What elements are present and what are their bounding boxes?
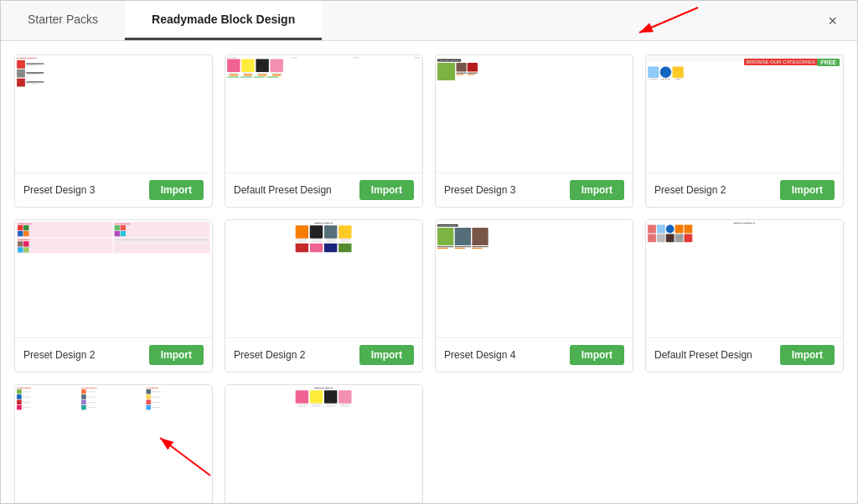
card-footer-9: Default Preset Design Import bbox=[15, 502, 212, 503]
import-button-5[interactable]: Import bbox=[149, 345, 204, 365]
free-label: FREE bbox=[817, 59, 840, 66]
card-preset-design-2-3: PRODUCT GRID #2 bbox=[225, 219, 423, 373]
svg-line-1 bbox=[639, 8, 698, 33]
arrow-annotation bbox=[606, 1, 706, 47]
card-footer-4: Preset Design 2 Import bbox=[646, 172, 843, 207]
card-title-1: Preset Design 3 bbox=[23, 184, 95, 196]
cards-grid: RANDOM PRODUCT bbox=[14, 54, 844, 503]
import-button-4[interactable]: Import bbox=[780, 180, 835, 200]
card-preview-10: PRODUCT GRID #2 bbox=[225, 385, 422, 502]
card-preview-3: FEATURED PRODUCT bbox=[436, 55, 633, 172]
import-button-3[interactable]: Import bbox=[570, 180, 624, 200]
card-title-5: Preset Design 2 bbox=[23, 349, 95, 361]
card-footer-7: Preset Design 4 Import bbox=[436, 337, 633, 372]
browse-categories-label: BROWSE OUR CATEGORIES bbox=[744, 59, 818, 65]
import-button-7[interactable]: Import bbox=[570, 345, 624, 365]
import-button-6[interactable]: Import bbox=[359, 345, 414, 365]
card-title-7: Preset Design 4 bbox=[444, 349, 515, 361]
card-preset-design-3-2: FEATURED PRODUCT bbox=[435, 54, 633, 208]
card-preview-7: FEATURED PRODUCT bbox=[436, 220, 633, 337]
card-preview-9: RANDOM PRODUCT bbox=[15, 385, 212, 502]
card-title-2: Default Preset Design bbox=[234, 184, 332, 196]
card-default-preset-1: Default Preset Design Import bbox=[225, 54, 423, 208]
card-footer-1: Preset Design 3 Import bbox=[15, 172, 212, 207]
import-button-8[interactable]: Import bbox=[780, 345, 835, 365]
close-button[interactable]: × bbox=[821, 8, 844, 33]
modal-header: Starter Packs Readymade Block Design × bbox=[1, 1, 857, 41]
card-title-6: Preset Design 2 bbox=[234, 349, 305, 361]
card-preview-6: PRODUCT GRID #2 bbox=[225, 220, 422, 337]
card-preview-2 bbox=[225, 55, 422, 172]
card-preset-design-3-1: RANDOM PRODUCT bbox=[14, 54, 213, 208]
card-footer-10: Default Preset Design Import bbox=[225, 502, 422, 503]
card-footer-5: Preset Design 2 Import bbox=[15, 337, 212, 372]
card-footer-6: Preset Design 2 Import bbox=[225, 337, 422, 372]
card-preview-4: BROWSE OUR CATEGORIES FREE CLOTHING ELEC… bbox=[646, 55, 843, 172]
modal-body: RANDOM PRODUCT bbox=[1, 41, 857, 503]
card-default-preset-2: PRODUCT CATEGORY #1 bbox=[645, 219, 844, 373]
import-button-1[interactable]: Import bbox=[149, 180, 204, 200]
card-preset-design-2-1: BROWSE OUR CATEGORIES FREE CLOTHING ELEC… bbox=[645, 54, 844, 208]
card-footer-8: Default Preset Design Import bbox=[646, 337, 843, 372]
card-default-preset-4: PRODUCT GRID #2 bbox=[225, 384, 423, 503]
card-title-8: Default Preset Design bbox=[654, 349, 752, 361]
tab-readymade-block-design[interactable]: Readymade Block Design bbox=[125, 1, 322, 40]
card-footer-2: Default Preset Design Import bbox=[225, 172, 422, 207]
card-title-4: Preset Design 2 bbox=[654, 184, 726, 196]
card-preview-8: PRODUCT CATEGORY #1 bbox=[646, 220, 843, 337]
card-preset-design-2-2: RANDOM PRODUCT bbox=[14, 219, 213, 373]
card-preset-design-4: FEATURED PRODUCT bbox=[435, 219, 633, 373]
modal-container: Starter Packs Readymade Block Design × R… bbox=[0, 0, 858, 504]
card-title-3: Preset Design 3 bbox=[444, 184, 515, 196]
import-button-2[interactable]: Import bbox=[359, 180, 414, 200]
card-preview-5: RANDOM PRODUCT bbox=[15, 220, 212, 337]
card-default-preset-3: RANDOM PRODUCT bbox=[14, 384, 213, 503]
tab-starter-packs[interactable]: Starter Packs bbox=[1, 1, 125, 40]
card-preview-1: RANDOM PRODUCT bbox=[15, 55, 212, 172]
card-footer-3: Preset Design 3 Import bbox=[436, 172, 633, 207]
